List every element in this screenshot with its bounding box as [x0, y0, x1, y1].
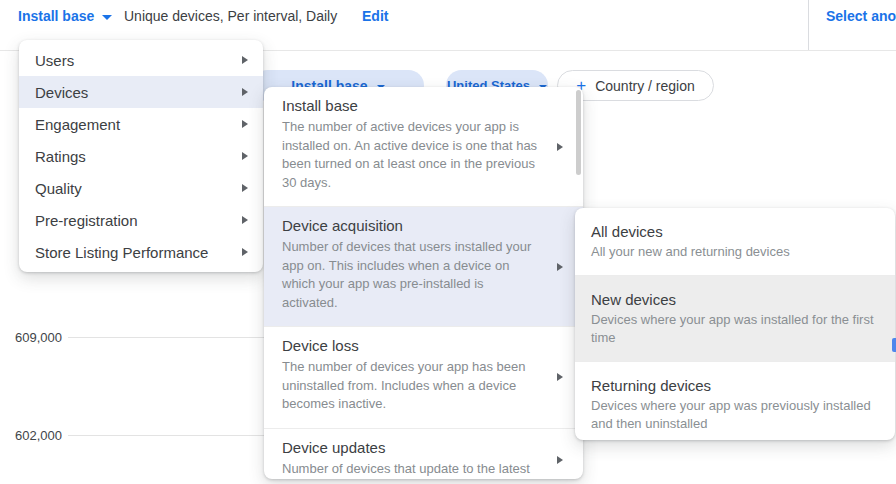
menu-item-device-acquisition[interactable]: Device acquisitionNumber of devices that…	[264, 207, 583, 327]
metric-menu-level-1: UsersDevicesEngagementRatingsQualityPre-…	[19, 40, 263, 272]
chip-label: Country / region	[595, 78, 695, 94]
menu-item-ratings[interactable]: Ratings	[19, 140, 263, 172]
submenu-arrow-icon	[242, 216, 248, 224]
submenu-arrow-icon	[557, 143, 563, 151]
menu-item-new-devices[interactable]: New devicesDevices where your app was in…	[575, 276, 895, 362]
menu-item-devices[interactable]: Devices	[19, 76, 263, 108]
submenu-arrow-icon	[242, 120, 248, 128]
y-axis-tick: 602,000	[10, 428, 62, 443]
menu-item-users[interactable]: Users	[19, 44, 263, 76]
chart-selection-marker	[892, 338, 896, 352]
menu-item-label: Engagement	[35, 116, 242, 133]
submenu-arrow-icon	[557, 263, 563, 271]
menu-item-label: Pre-registration	[35, 212, 242, 229]
metric-menu-level-2: Install baseThe number of active devices…	[264, 87, 583, 479]
menu-item-label: Quality	[35, 180, 242, 197]
menu-item-store-listing-performance[interactable]: Store Listing Performance	[19, 236, 263, 268]
menu-item-label: Users	[35, 52, 242, 69]
submenu-arrow-icon	[242, 88, 248, 96]
menu-item-title: Returning devices	[591, 376, 879, 395]
metric-menu-level-3: All devicesAll your new and returning de…	[575, 208, 895, 440]
menu-item-description: Devices where your app was installed for…	[591, 311, 879, 348]
menu-item-title: All devices	[591, 222, 879, 241]
menu-item-device-updates[interactable]: Device updatesNumber of devices that upd…	[264, 429, 583, 480]
menu-item-title: Device updates	[282, 438, 539, 457]
submenu-arrow-icon	[242, 152, 248, 160]
menu-item-description: Number of devices that users installed y…	[282, 238, 539, 312]
topbar-divider	[808, 0, 809, 50]
menu-item-all-devices[interactable]: All devicesAll your new and returning de…	[575, 208, 895, 276]
chart-gridline	[68, 337, 265, 338]
menu-item-device-loss[interactable]: Device lossThe number of devices your ap…	[264, 327, 583, 429]
chart-gridline	[68, 435, 265, 436]
menu-item-description: Number of devices that update to the lat…	[282, 460, 539, 479]
menu-item-title: Install base	[282, 96, 539, 115]
menu-item-description: Devices where your app was previously in…	[591, 397, 879, 434]
y-axis-tick: 609,000	[10, 330, 62, 345]
caret-down-icon	[102, 15, 112, 20]
menu-item-quality[interactable]: Quality	[19, 172, 263, 204]
menu-item-description: All your new and returning devices	[591, 243, 879, 262]
submenu-arrow-icon	[242, 56, 248, 64]
menu-item-label: Ratings	[35, 148, 242, 165]
metric-selector-label: Install base	[18, 8, 94, 24]
menu-item-label: Devices	[35, 84, 242, 101]
menu-item-install-base[interactable]: Install baseThe number of active devices…	[264, 87, 583, 207]
select-another-link[interactable]: Select ano	[826, 8, 896, 24]
edit-button[interactable]: Edit	[362, 8, 388, 24]
menu-item-pre-registration[interactable]: Pre-registration	[19, 204, 263, 236]
menu-item-engagement[interactable]: Engagement	[19, 108, 263, 140]
submenu-arrow-icon	[242, 248, 248, 256]
scrollbar-thumb[interactable]	[576, 90, 581, 175]
menu-item-title: Device loss	[282, 336, 539, 355]
menu-item-title: New devices	[591, 290, 879, 309]
menu-item-description: The number of devices your app has been …	[282, 358, 539, 414]
menu-item-label: Store Listing Performance	[35, 244, 242, 261]
submenu-arrow-icon	[557, 456, 563, 464]
metric-selector-dropdown[interactable]: Install base	[18, 8, 112, 24]
submenu-arrow-icon	[557, 373, 563, 381]
menu-item-description: The number of active devices your app is…	[282, 118, 539, 192]
menu-item-title: Device acquisition	[282, 216, 539, 235]
play-console-statistics-page: Install base Unique devices, Per interva…	[0, 0, 896, 484]
menu-item-returning-devices[interactable]: Returning devicesDevices where your app …	[575, 362, 895, 441]
metric-subtitle: Unique devices, Per interval, Daily	[124, 8, 337, 24]
submenu-arrow-icon	[242, 184, 248, 192]
